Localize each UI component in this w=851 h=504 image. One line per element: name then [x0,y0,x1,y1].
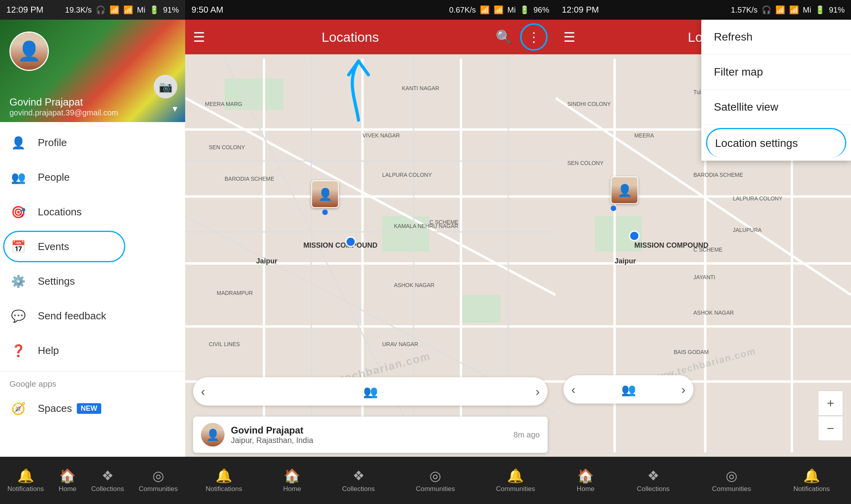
right-nav-contacts[interactable]: 👥 [621,383,636,397]
refresh-label: Refresh [714,31,753,43]
right-pin-dot [611,206,616,211]
right-menu-icon[interactable]: ☰ [563,29,575,45]
bell-icon5: 🔔 [803,468,820,484]
map-bottom-nav-home[interactable]: 🏠 Home [283,468,301,493]
sidebar-item-spaces[interactable]: 🧭 Spaces NEW [0,391,185,426]
drawer-menu: 👤 Profile 👥 People 🎯 Locations 📅 Events … [0,122,185,457]
dropdown-item-filter-map[interactable]: Filter map [701,55,851,90]
user-card-time: 8m ago [513,430,540,439]
zoom-in-button[interactable]: + [818,391,843,416]
battery-icon2: 🔋 [520,5,530,15]
map-menu-icon[interactable]: ☰ [193,29,205,45]
user-location-card: 👤 Govind Prajapat Jaipur, Rajasthan, Ind… [193,417,548,453]
account-name: Govind Prajapat [9,96,118,108]
map-bottom-nav-collections[interactable]: ❖ Collections [342,468,375,493]
svg-text:VIVEK NAGAR: VIVEK NAGAR [362,132,400,139]
bottom-nav-communities[interactable]: ◎ Communities [139,468,178,493]
sidebar-item-help[interactable]: ❓ Help [0,333,185,368]
sidebar-item-label: People [38,171,70,183]
map-bottom-nav-notifications[interactable]: 🔔 Notifications [206,468,242,493]
svg-text:BARODIA SCHEME: BARODIA SCHEME [693,172,743,178]
svg-text:CIVIL LINES: CIVIL LINES [209,341,240,347]
account-dropdown-arrow[interactable]: ▾ [173,103,177,114]
right-nav-prev[interactable]: ‹ [571,382,576,397]
right-pin-photo: 👤 [611,176,638,204]
spaces-icon: 🧭 [9,400,27,417]
bottom-nav-label: Communities [139,485,178,493]
svg-text:JAYANTI: JAYANTI [693,274,715,280]
wifi-icon4: 📶 [775,5,785,15]
bottom-nav-label: Home [59,485,76,493]
bottom-nav-label: Notifications [793,485,830,493]
map-panel: 9:50 AM 0.67K/s 📶 📶 Mi 🔋 96% ☰ Locations… [185,0,556,504]
dropdown-item-satellite-view[interactable]: Satellite view [701,90,851,125]
sidebar-item-profile[interactable]: 👤 Profile [0,125,185,160]
map-nav-card[interactable]: ‹ 👥 › [193,377,548,406]
user-card-name: Govind Prajapat [231,425,507,436]
right-user-pin: 👤 [611,176,638,211]
google-apps-section: Google apps [0,374,185,391]
nav-prev-button[interactable]: ‹ [201,384,205,399]
wifi-icon: 📶 [110,5,119,15]
dropdown-item-location-settings[interactable]: Location settings [706,128,846,158]
map-battery: 96% [533,6,549,15]
map-bottom-nav-communities[interactable]: ◎ Communities [416,468,455,493]
nav-contacts-icon[interactable]: 👥 [363,385,378,398]
right-bottom-nav-collections[interactable]: ❖ Collections [637,468,669,493]
sidebar-item-label: Events [38,241,69,253]
drawer-status-right: 19.3K/s 🎧 📶 📶 Mi 🔋 91% [65,5,179,15]
map-network: 0.67K/s [449,6,476,15]
sidebar-item-feedback[interactable]: 💬 Send feedback [0,298,185,333]
sidebar-item-label: Locations [38,206,82,218]
collections-icon: ❖ [102,468,113,484]
nav-next-button[interactable]: › [535,384,540,399]
headphone-icon2: 🎧 [762,5,771,15]
bottom-nav-home[interactable]: 🏠 Home [59,468,76,493]
bottom-nav-label: Collections [91,485,124,493]
feedback-icon: 💬 [9,307,27,324]
right-status-right: 1.57K/s 🎧 📶 📶 Mi 🔋 91% [731,5,845,15]
svg-text:ASHOK NAGAR: ASHOK NAGAR [394,282,435,288]
people-icon: 👥 [9,169,27,186]
map-title: Locations [213,30,488,45]
sidebar-item-settings[interactable]: ⚙️ Settings [0,264,185,298]
sidebar-item-events[interactable]: 📅 Events [0,229,185,264]
map-search-icon[interactable]: 🔍 [496,29,512,45]
menu-divider [0,371,185,371]
dropdown-menu: Refresh Filter map Satellite view Locati… [701,20,851,161]
right-bottom-nav-home[interactable]: 🏠 Home [577,468,595,493]
sidebar-item-people[interactable]: 👥 People [0,160,185,195]
svg-text:Jaipur: Jaipur [615,257,636,265]
right-time: 12:09 PM [562,5,599,15]
bottom-nav-notifications[interactable]: 🔔 Notifications [7,468,44,493]
svg-text:MADRAMPUR: MADRAMPUR [217,290,253,296]
svg-point-35 [346,237,355,246]
signal-icon4: 📶 [789,5,799,15]
avatar: 👤 [9,32,49,71]
map-more-button[interactable]: ⋮ [520,23,548,51]
dropdown-item-refresh[interactable]: Refresh [701,20,851,55]
headphone-icon: 🎧 [96,5,106,15]
right-bottom-nav-notifications[interactable]: 🔔 Notifications [793,468,830,493]
user-card-location: Jaipur, Rajasthan, India [231,436,507,445]
right-bottom-nav-communities[interactable]: ◎ Communities [712,468,751,493]
communities-icon: ◎ [152,468,164,484]
right-bottom-nav: 🏠 Home ❖ Collections ◎ Communities 🔔 Not… [556,457,851,504]
sidebar-item-label: Settings [38,275,75,287]
settings-icon: ⚙️ [9,272,27,290]
sidebar-item-label: Send feedback [38,310,106,322]
bottom-nav-collections[interactable]: ❖ Collections [91,468,124,493]
map-carrier: Mi [507,6,516,15]
right-nav-next[interactable]: › [681,382,686,397]
right-carrier: Mi [803,6,811,15]
communities-icon3: ◎ [429,468,441,484]
map-status-bar: 9:50 AM 0.67K/s 📶 📶 Mi 🔋 96% [185,0,556,20]
sidebar-item-label: Profile [38,137,67,149]
sidebar-item-locations[interactable]: 🎯 Locations [0,195,185,229]
svg-text:LALPURA COLONY: LALPURA COLONY [733,195,783,202]
drawer-network: 19.3K/s [65,6,92,15]
zoom-out-button[interactable]: − [818,416,843,441]
map-bottom-nav-notifications2[interactable]: 🔔 Communities [496,468,535,493]
camera-button[interactable]: 📷 [154,75,177,98]
right-nav-card[interactable]: ‹ 👥 › [563,375,693,404]
